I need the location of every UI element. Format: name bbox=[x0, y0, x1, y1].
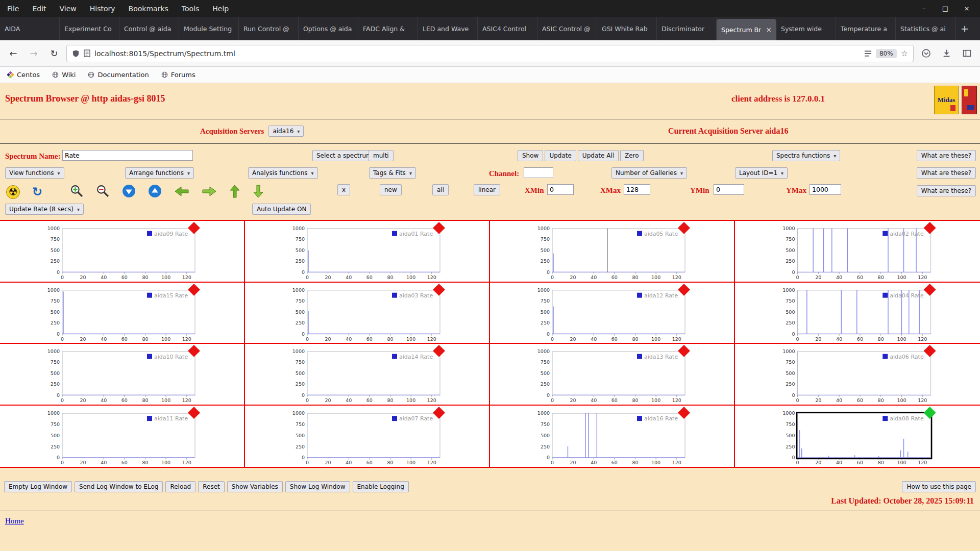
gallery-cell-aida09[interactable]: 02505007501000020406080100120aida09 Rate bbox=[0, 221, 245, 283]
multi-button[interactable]: multi bbox=[369, 150, 394, 161]
reader-view-icon[interactable] bbox=[864, 50, 872, 57]
xmax-input[interactable] bbox=[624, 184, 650, 195]
bookmark-star-icon[interactable]: ☆ bbox=[901, 48, 908, 58]
spectrum-plot-aida05[interactable]: 02505007501000020406080100120aida05 Rate bbox=[490, 221, 734, 282]
arrow-down-icon[interactable] bbox=[253, 184, 264, 200]
spectrum-plot-aida01[interactable]: 02505007501000020406080100120aida01 Rate bbox=[245, 221, 489, 282]
what-are-these-button[interactable]: What are these? bbox=[917, 185, 976, 196]
ymax-input[interactable] bbox=[810, 184, 841, 195]
menu-view[interactable]: View bbox=[60, 5, 77, 13]
arrange-functions-dropdown[interactable]: Arrange functions▾ bbox=[125, 167, 194, 179]
spectrum-plot-aida08[interactable]: 02505007501000020406080100120aida08 Rate bbox=[735, 406, 980, 467]
spectrum-plot-aida15[interactable]: 02505007501000020406080100120aida15 Rate bbox=[0, 283, 244, 343]
back-button[interactable]: ← bbox=[5, 45, 21, 62]
menu-help[interactable]: Help bbox=[212, 5, 229, 13]
spectrum-plot-aida16[interactable]: 02505007501000020406080100120aida16 Rate bbox=[490, 406, 734, 467]
update-button[interactable]: Update bbox=[545, 150, 576, 161]
sidebar-icon[interactable] bbox=[959, 45, 975, 62]
forward-button[interactable]: → bbox=[26, 45, 42, 62]
empty-log-window-button[interactable]: Empty Log Window bbox=[4, 481, 72, 492]
url-bar[interactable]: localhost:8015/Spectrum/Spectrum.tml 80%… bbox=[66, 45, 914, 62]
menu-tools[interactable]: Tools bbox=[182, 5, 200, 13]
gallery-cell-aida11[interactable]: 02505007501000020406080100120aida11 Rate bbox=[0, 406, 245, 467]
gallery-cell-aida03[interactable]: 02505007501000020406080100120aida03 Rate bbox=[245, 283, 490, 344]
show-variables-button[interactable]: Show Variables bbox=[227, 481, 283, 492]
tags-fits-dropdown[interactable]: Tags & Fits▾ bbox=[369, 167, 416, 179]
zoom-level-badge[interactable]: 80% bbox=[876, 49, 897, 58]
tab-options-aida[interactable]: Options @ aida bbox=[299, 17, 358, 40]
ymin-input[interactable] bbox=[714, 184, 744, 195]
enable-logging-button[interactable]: Enable Logging bbox=[353, 481, 409, 492]
show-button[interactable]: Show bbox=[518, 150, 543, 161]
tab-discriminator[interactable]: Discriminator bbox=[657, 17, 717, 40]
spectrum-plot-aida11[interactable]: 02505007501000020406080100120aida11 Rate bbox=[0, 406, 244, 467]
tab-led-and-wave[interactable]: LED and Wave bbox=[418, 17, 478, 40]
menu-edit[interactable]: Edit bbox=[32, 5, 46, 13]
tab-asic4-control[interactable]: ASIC4 Control bbox=[478, 17, 537, 40]
new-tab-button[interactable]: + bbox=[955, 17, 974, 40]
gallery-cell-aida16[interactable]: 02505007501000020406080100120aida16 Rate bbox=[490, 406, 735, 467]
spectrum-plot-aida03[interactable]: 02505007501000020406080100120aida03 Rate bbox=[245, 283, 489, 343]
tab-aida[interactable]: AIDA bbox=[0, 17, 60, 40]
layout-id-dropdown[interactable]: Layout ID=1▾ bbox=[735, 167, 788, 179]
new-button[interactable]: new bbox=[380, 184, 402, 195]
tab-statistics-ai[interactable]: Statistics @ ai bbox=[896, 17, 955, 40]
menu-bookmarks[interactable]: Bookmarks bbox=[129, 5, 168, 13]
arrow-left-icon[interactable] bbox=[174, 186, 189, 198]
tab-experiment-co[interactable]: Experiment Co bbox=[60, 17, 119, 40]
menu-file[interactable]: File bbox=[7, 5, 19, 13]
tab-module-setting[interactable]: Module Setting bbox=[179, 17, 239, 40]
reload-button[interactable]: Reload bbox=[165, 481, 195, 492]
number-of-galleries-dropdown[interactable]: Number of Galleries▾ bbox=[611, 167, 687, 179]
scroll-up-icon[interactable] bbox=[148, 184, 162, 199]
bookmark-wiki[interactable]: Wiki bbox=[52, 71, 76, 79]
zoom-out-icon[interactable] bbox=[96, 184, 110, 199]
all-button[interactable]: all bbox=[432, 184, 449, 195]
tab-temperature-a[interactable]: Temperature a bbox=[836, 17, 896, 40]
show-log-window-button[interactable]: Show Log Window bbox=[285, 481, 350, 492]
close-button[interactable]: × bbox=[963, 5, 971, 12]
acquisition-server-select[interactable]: aida16▾ bbox=[268, 126, 304, 137]
how-to-use-button[interactable]: How to use this page bbox=[902, 481, 976, 492]
gallery-cell-aida10[interactable]: 02505007501000020406080100120aida10 Rate bbox=[0, 344, 245, 406]
spectrum-plot-aida04[interactable]: 02505007501000020406080100120aida04 Rate bbox=[735, 283, 980, 343]
save-to-pocket-icon[interactable] bbox=[918, 45, 934, 62]
gallery-cell-aida01[interactable]: 02505007501000020406080100120aida01 Rate bbox=[245, 221, 490, 283]
radiation-icon[interactable]: ☢ bbox=[6, 185, 20, 199]
zoom-in-icon[interactable] bbox=[70, 184, 84, 199]
view-functions-dropdown[interactable]: View functions▾ bbox=[5, 167, 64, 179]
spectrum-plot-aida13[interactable]: 02505007501000020406080100120aida13 Rate bbox=[490, 344, 734, 405]
home-link[interactable]: Home bbox=[5, 517, 24, 525]
spectrum-plot-aida06[interactable]: 02505007501000020406080100120aida06 Rate bbox=[735, 344, 980, 405]
maximize-button[interactable]: □ bbox=[941, 5, 949, 12]
bookmark-forums[interactable]: Forums bbox=[161, 71, 195, 79]
refresh-icon[interactable]: ↻ bbox=[32, 185, 42, 199]
spectrum-plot-aida10[interactable]: 02505007501000020406080100120aida10 Rate bbox=[0, 344, 244, 405]
xmin-input[interactable] bbox=[547, 184, 574, 195]
tab-fadc-align[interactable]: FADC Align & bbox=[358, 17, 418, 40]
update-all-button[interactable]: Update All bbox=[578, 150, 619, 161]
spectrum-plot-aida07[interactable]: 02505007501000020406080100120aida07 Rate bbox=[245, 406, 489, 467]
analysis-functions-dropdown[interactable]: Analysis functions▾ bbox=[248, 167, 318, 179]
gallery-cell-aida14[interactable]: 02505007501000020406080100120aida14 Rate bbox=[245, 344, 490, 406]
zero-button[interactable]: Zero bbox=[620, 150, 644, 161]
gallery-cell-aida13[interactable]: 02505007501000020406080100120aida13 Rate bbox=[490, 344, 735, 406]
update-rate-dropdown[interactable]: Update Rate (8 secs)▾ bbox=[5, 204, 84, 215]
gallery-cell-aida15[interactable]: 02505007501000020406080100120aida15 Rate bbox=[0, 283, 245, 344]
arrow-right-icon[interactable] bbox=[202, 186, 217, 198]
spectra-functions-dropdown[interactable]: Spectra functions▾ bbox=[772, 150, 840, 161]
scroll-down-icon[interactable] bbox=[122, 184, 136, 199]
what-are-these-button[interactable]: What are these? bbox=[917, 150, 976, 161]
x-button[interactable]: x bbox=[337, 184, 350, 195]
send-log-window-to-elog-button[interactable]: Send Log Window to ELog bbox=[75, 481, 163, 492]
gallery-cell-aida06[interactable]: 02505007501000020406080100120aida06 Rate bbox=[735, 344, 980, 406]
spectrum-plot-aida09[interactable]: 02505007501000020406080100120aida09 Rate bbox=[0, 221, 244, 282]
gallery-cell-aida12[interactable]: 02505007501000020406080100120aida12 Rate bbox=[490, 283, 735, 344]
spectrum-plot-aida02[interactable]: 02505007501000020406080100120aida02 Rate bbox=[735, 221, 980, 282]
tab-asic-control[interactable]: ASIC Control @ bbox=[537, 17, 597, 40]
tab-close-icon[interactable]: × bbox=[766, 26, 772, 34]
linear-button[interactable]: linear bbox=[474, 184, 500, 195]
gallery-cell-aida02[interactable]: 02505007501000020406080100120aida02 Rate bbox=[735, 221, 980, 283]
gallery-cell-aida05[interactable]: 02505007501000020406080100120aida05 Rate bbox=[490, 221, 735, 283]
tab-control-aida[interactable]: Control @ aida bbox=[119, 17, 179, 40]
